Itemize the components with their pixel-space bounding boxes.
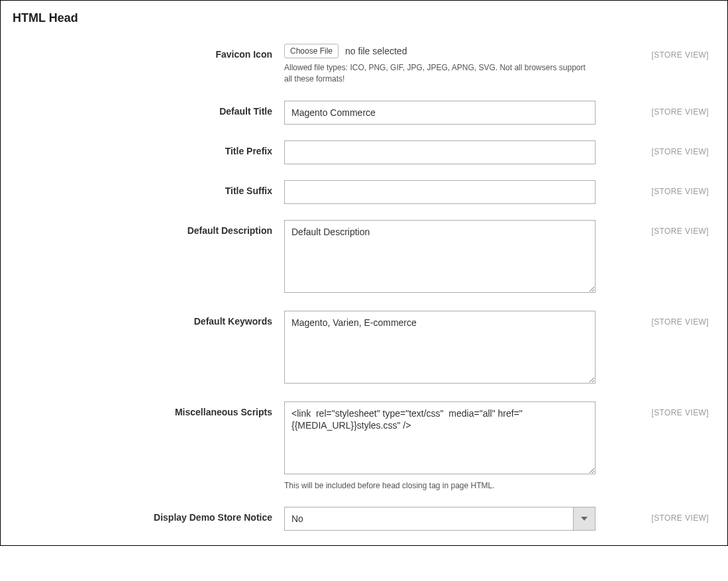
scope-default-keywords: [STORE VIEW] [596, 311, 715, 327]
label-misc-scripts: Miscellaneous Scripts [13, 401, 284, 417]
field-default-keywords: Default Keywords Magento, Varien, E-comm… [13, 311, 715, 386]
scope-misc-scripts: [STORE VIEW] [596, 401, 715, 417]
title-suffix-input[interactable] [284, 180, 596, 204]
html-head-section: HTML Head Favicon Icon Choose File no fi… [0, 0, 728, 546]
field-misc-scripts: Miscellaneous Scripts <link rel="stylesh… [13, 401, 715, 492]
scope-demo-notice: [STORE VIEW] [596, 507, 715, 523]
scope-favicon: [STORE VIEW] [596, 44, 715, 60]
label-default-description: Default Description [13, 220, 284, 236]
field-demo-notice: Display Demo Store Notice No [STORE VIEW… [13, 507, 715, 531]
field-default-description: Default Description Default Description … [13, 220, 715, 295]
misc-scripts-textarea[interactable]: <link rel="stylesheet" type="text/css" m… [284, 401, 596, 474]
choose-file-button[interactable]: Choose File [284, 44, 338, 58]
default-keywords-textarea[interactable]: Magento, Varien, E-commerce [284, 311, 596, 384]
label-favicon: Favicon Icon [13, 44, 284, 60]
default-title-input[interactable] [284, 101, 596, 125]
scope-title-prefix: [STORE VIEW] [596, 140, 715, 156]
favicon-hint: Allowed file types: ICO, PNG, GIF, JPG, … [284, 62, 596, 85]
label-title-prefix: Title Prefix [13, 140, 284, 156]
favicon-input-col: Choose File no file selected Allowed fil… [284, 44, 596, 85]
field-title-suffix: Title Suffix [STORE VIEW] [13, 180, 715, 204]
title-prefix-input[interactable] [284, 140, 596, 164]
field-favicon: Favicon Icon Choose File no file selecte… [13, 44, 715, 85]
field-default-title: Default Title [STORE VIEW] [13, 101, 715, 125]
label-demo-notice: Display Demo Store Notice [13, 507, 284, 523]
scope-title-suffix: [STORE VIEW] [596, 180, 715, 196]
label-default-title: Default Title [13, 101, 284, 117]
section-title: HTML Head [13, 11, 715, 25]
label-default-keywords: Default Keywords [13, 311, 284, 327]
demo-notice-select-wrap: No [284, 507, 596, 531]
favicon-file-row: Choose File no file selected [284, 44, 596, 58]
scope-default-title: [STORE VIEW] [596, 101, 715, 117]
scope-default-description: [STORE VIEW] [596, 220, 715, 236]
demo-notice-select[interactable]: No [284, 507, 596, 531]
no-file-selected: no file selected [345, 46, 407, 56]
label-title-suffix: Title Suffix [13, 180, 284, 196]
field-title-prefix: Title Prefix [STORE VIEW] [13, 140, 715, 164]
default-description-textarea[interactable]: Default Description [284, 220, 596, 293]
misc-scripts-hint: This will be included before head closin… [284, 480, 596, 492]
